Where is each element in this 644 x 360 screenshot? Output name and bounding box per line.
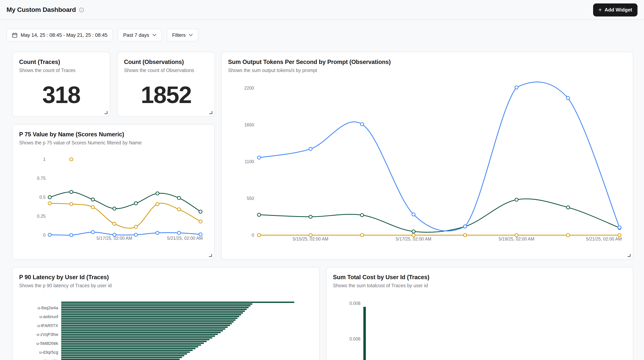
svg-text:0.008: 0.008 [349, 301, 360, 306]
latency-bar-chart: u-8sq2w4au-aobnuxfu-tFAR5TXu-zVqP3hwu-5M… [13, 294, 320, 360]
svg-text:u-8fVa9T3: u-8fVa9T3 [39, 359, 58, 360]
cost-bar-chart: 0.0080.006 [326, 294, 633, 360]
svg-text:0: 0 [252, 233, 254, 238]
widget-title: Sum Output Tokens Per Second by Prompt (… [228, 59, 626, 66]
p75-line-chart: 00.250.50.7515/17/25, 02:00 AM5/21/25, 0… [13, 147, 215, 254]
chevron-down-icon [189, 34, 193, 36]
widget-p90-latency: P 90 Latency by User Id (Traces) Shows t… [12, 267, 320, 360]
widget-title: P 75 Value by Name (Scores Numeric) [19, 131, 208, 138]
widget-subtitle: Shows the count of Observations [124, 68, 208, 73]
svg-text:0.25: 0.25 [37, 214, 46, 219]
svg-text:550: 550 [247, 196, 254, 201]
calendar-icon [12, 32, 18, 38]
svg-text:5/21/25, 02:00 AM: 5/21/25, 02:00 AM [586, 236, 622, 241]
dashboard-page: My Custom Dashboard + Add Widget [0, 0, 644, 360]
svg-text:5/21/25, 02:00 AM: 5/21/25, 02:00 AM [167, 236, 203, 241]
plus-icon: + [598, 7, 602, 13]
svg-text:2200: 2200 [244, 86, 254, 91]
info-icon[interactable] [79, 7, 84, 13]
widget-subtitle: Shows the count of Traces [19, 68, 103, 73]
add-widget-label: Add Widget [604, 7, 632, 13]
svg-text:0.75: 0.75 [37, 176, 46, 181]
filters-label: Filters [172, 32, 186, 38]
widget-total-cost: Sum Total Cost by User Id (Traces) Shows… [326, 267, 633, 360]
svg-text:5/17/25, 02:00 AM: 5/17/25, 02:00 AM [396, 236, 432, 241]
add-widget-button[interactable]: + Add Widget [593, 3, 638, 16]
svg-text:u-tFAR5TX: u-tFAR5TX [37, 323, 58, 328]
svg-text:1: 1 [43, 157, 46, 162]
date-range-picker[interactable]: May 14, 25 : 08:45 - May 21, 25 : 08:45 [6, 29, 113, 41]
svg-text:5/19/25, 02:00 AM: 5/19/25, 02:00 AM [498, 236, 534, 241]
top-bar: My Custom Dashboard + Add Widget [0, 0, 644, 20]
widget-title: Sum Total Cost by User Id (Traces) [333, 274, 626, 281]
widget-count-traces: Count (Traces) Shows the count of Traces… [12, 52, 110, 117]
resize-handle-icon[interactable] [209, 111, 212, 114]
widget-title: Count (Observations) [124, 59, 208, 66]
svg-text:u-d3qr5cg: u-d3qr5cg [39, 350, 58, 355]
svg-text:u-aobnuxf: u-aobnuxf [40, 314, 58, 319]
svg-text:5/15/25, 02:00 AM: 5/15/25, 02:00 AM [293, 236, 328, 241]
date-preset-label: Past 7 days [123, 32, 149, 38]
svg-text:0: 0 [43, 233, 46, 238]
svg-text:u-zVqP3hw: u-zVqP3hw [36, 332, 58, 337]
svg-text:1650: 1650 [244, 122, 254, 127]
resize-handle-icon[interactable] [209, 254, 212, 257]
date-range-label: May 14, 25 : 08:45 - May 21, 25 : 08:45 [21, 32, 108, 38]
widget-subtitle: Shows the p 75 value of Scores Numeric f… [19, 140, 208, 146]
svg-text:0.5: 0.5 [40, 195, 46, 200]
top-bar-left: My Custom Dashboard [6, 6, 84, 14]
filters-dropdown[interactable]: Filters [167, 29, 198, 41]
widget-tokens-per-second: Sum Output Tokens Per Second by Prompt (… [221, 52, 633, 260]
svg-text:u-5M8D56k: u-5M8D56k [36, 341, 58, 346]
chevron-down-icon [152, 34, 156, 36]
toolbar: May 14, 25 : 08:45 - May 21, 25 : 08:45 … [6, 29, 198, 41]
date-preset-dropdown[interactable]: Past 7 days [118, 29, 162, 41]
svg-text:1100: 1100 [245, 159, 254, 164]
widget-title: P 90 Latency by User Id (Traces) [19, 274, 313, 281]
resize-handle-icon[interactable] [104, 111, 108, 114]
widget-count-observations: Count (Observations) Shows the count of … [117, 52, 215, 117]
count-traces-value: 318 [13, 81, 110, 108]
widget-subtitle: Shows the p 90 latency of Traces by user… [19, 283, 313, 288]
widget-title: Count (Traces) [19, 59, 103, 66]
svg-text:u-8sq2w4a: u-8sq2w4a [38, 305, 58, 310]
widget-subtitle: Shows the sum output tokens/s by prompt [228, 68, 626, 73]
widget-p75-value: P 75 Value by Name (Scores Numeric) Show… [12, 124, 215, 260]
widget-subtitle: Shows the sum totalcost of Traces by use… [333, 283, 626, 288]
tokens-line-chart: 05501100165022005/15/25, 02:00 AM5/17/25… [222, 75, 633, 251]
page-title: My Custom Dashboard [6, 6, 76, 14]
resize-handle-icon[interactable] [628, 254, 630, 257]
svg-text:0.006: 0.006 [349, 336, 360, 341]
count-observations-value: 1852 [118, 81, 215, 108]
